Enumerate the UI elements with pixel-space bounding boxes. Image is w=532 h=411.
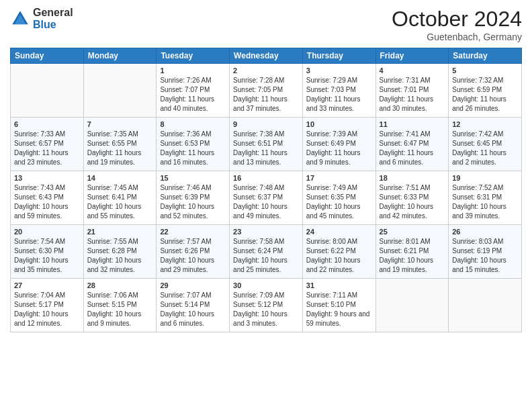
calendar-cell: 18Sunrise: 7:51 AMSunset: 6:33 PMDayligh…: [375, 171, 449, 225]
calendar-cell: 23Sunrise: 7:58 AMSunset: 6:24 PMDayligh…: [230, 225, 303, 279]
calendar-cell: 1Sunrise: 7:26 AMSunset: 7:07 PMDaylight…: [157, 64, 230, 118]
day-number: 27: [14, 281, 80, 289]
header-saturday: Saturday: [449, 48, 522, 64]
day-number: 18: [380, 174, 445, 182]
calendar-cell: 29Sunrise: 7:07 AMSunset: 5:14 PMDayligh…: [157, 279, 230, 332]
day-info: Sunrise: 7:11 AMSunset: 5:10 PMDaylight:…: [306, 291, 372, 328]
day-info: Sunrise: 8:03 AMSunset: 6:19 PMDaylight:…: [452, 237, 518, 275]
calendar-cell: 28Sunrise: 7:06 AMSunset: 5:15 PMDayligh…: [83, 279, 157, 332]
logo-blue: Blue: [33, 19, 73, 31]
logo: General Blue: [10, 7, 73, 30]
day-number: 15: [160, 174, 226, 182]
calendar-cell: 10Sunrise: 7:39 AMSunset: 6:49 PMDayligh…: [302, 118, 375, 171]
day-number: 25: [380, 228, 445, 236]
logo-icon: [10, 9, 30, 29]
day-number: 5: [452, 66, 518, 75]
day-info: Sunrise: 7:43 AMSunset: 6:43 PMDaylight:…: [14, 183, 80, 221]
calendar-cell: 22Sunrise: 7:57 AMSunset: 6:26 PMDayligh…: [157, 225, 230, 279]
header-row: Sunday Monday Tuesday Wednesday Thursday…: [11, 48, 522, 64]
day-number: 28: [87, 281, 153, 289]
day-info: Sunrise: 7:49 AMSunset: 6:35 PMDaylight:…: [306, 183, 372, 221]
day-info: Sunrise: 7:45 AMSunset: 6:41 PMDaylight:…: [87, 183, 153, 221]
day-info: Sunrise: 7:09 AMSunset: 5:12 PMDaylight:…: [233, 291, 299, 328]
day-info: Sunrise: 7:26 AMSunset: 7:07 PMDaylight:…: [160, 76, 226, 113]
day-number: 20: [14, 228, 80, 236]
calendar-cell: [375, 279, 449, 332]
header-tuesday: Tuesday: [157, 48, 230, 64]
day-info: Sunrise: 7:32 AMSunset: 6:59 PMDaylight:…: [452, 76, 518, 113]
calendar-cell: 31Sunrise: 7:11 AMSunset: 5:10 PMDayligh…: [302, 279, 375, 332]
calendar-cell: 21Sunrise: 7:55 AMSunset: 6:28 PMDayligh…: [83, 225, 157, 279]
header-thursday: Thursday: [302, 48, 375, 64]
day-info: Sunrise: 7:31 AMSunset: 7:01 PMDaylight:…: [380, 76, 445, 113]
day-number: 16: [233, 174, 299, 182]
day-number: 3: [306, 66, 372, 75]
day-info: Sunrise: 7:55 AMSunset: 6:28 PMDaylight:…: [87, 237, 153, 275]
header-wednesday: Wednesday: [230, 48, 303, 64]
day-number: 11: [380, 120, 445, 128]
calendar-cell: [11, 64, 84, 118]
calendar-cell: 12Sunrise: 7:42 AMSunset: 6:45 PMDayligh…: [449, 118, 522, 171]
calendar-cell: 27Sunrise: 7:04 AMSunset: 5:17 PMDayligh…: [11, 279, 84, 332]
day-number: 29: [160, 281, 226, 289]
day-info: Sunrise: 7:51 AMSunset: 6:33 PMDaylight:…: [380, 183, 445, 221]
day-number: 22: [160, 228, 226, 236]
calendar-cell: 17Sunrise: 7:49 AMSunset: 6:35 PMDayligh…: [302, 171, 375, 225]
day-number: 9: [233, 120, 299, 128]
calendar-cell: 6Sunrise: 7:33 AMSunset: 6:57 PMDaylight…: [11, 118, 84, 171]
day-info: Sunrise: 7:42 AMSunset: 6:45 PMDaylight:…: [452, 130, 518, 167]
day-info: Sunrise: 7:33 AMSunset: 6:57 PMDaylight:…: [14, 130, 80, 167]
calendar-cell: 5Sunrise: 7:32 AMSunset: 6:59 PMDaylight…: [449, 64, 522, 118]
calendar-cell: 9Sunrise: 7:38 AMSunset: 6:51 PMDaylight…: [230, 118, 303, 171]
day-number: 13: [14, 174, 80, 182]
day-info: Sunrise: 8:00 AMSunset: 6:22 PMDaylight:…: [306, 237, 372, 275]
day-number: 14: [87, 174, 153, 182]
day-info: Sunrise: 7:46 AMSunset: 6:39 PMDaylight:…: [160, 183, 226, 221]
day-info: Sunrise: 7:57 AMSunset: 6:26 PMDaylight:…: [160, 237, 226, 275]
calendar-cell: 13Sunrise: 7:43 AMSunset: 6:43 PMDayligh…: [11, 171, 84, 225]
day-number: 7: [87, 120, 153, 128]
day-info: Sunrise: 7:38 AMSunset: 6:51 PMDaylight:…: [233, 130, 299, 167]
day-number: 17: [306, 174, 372, 182]
day-info: Sunrise: 7:58 AMSunset: 6:24 PMDaylight:…: [233, 237, 299, 275]
calendar-cell: [449, 279, 522, 332]
month-title: October 2024: [392, 7, 522, 32]
calendar-cell: 3Sunrise: 7:29 AMSunset: 7:03 PMDaylight…: [302, 64, 375, 118]
day-number: 31: [306, 281, 372, 289]
day-number: 1: [160, 66, 226, 75]
calendar-cell: 26Sunrise: 8:03 AMSunset: 6:19 PMDayligh…: [449, 225, 522, 279]
day-number: 26: [452, 228, 518, 236]
calendar-week-1: 1Sunrise: 7:26 AMSunset: 7:07 PMDaylight…: [11, 64, 522, 118]
calendar-week-4: 20Sunrise: 7:54 AMSunset: 6:30 PMDayligh…: [11, 225, 522, 279]
calendar-cell: 7Sunrise: 7:35 AMSunset: 6:55 PMDaylight…: [83, 118, 157, 171]
day-number: 19: [452, 174, 518, 182]
calendar-cell: [83, 64, 157, 118]
day-info: Sunrise: 7:06 AMSunset: 5:15 PMDaylight:…: [87, 291, 153, 328]
day-info: Sunrise: 7:52 AMSunset: 6:31 PMDaylight:…: [452, 183, 518, 221]
calendar-week-3: 13Sunrise: 7:43 AMSunset: 6:43 PMDayligh…: [11, 171, 522, 225]
day-info: Sunrise: 7:35 AMSunset: 6:55 PMDaylight:…: [87, 130, 153, 167]
day-number: 4: [380, 66, 445, 75]
day-info: Sunrise: 7:39 AMSunset: 6:49 PMDaylight:…: [306, 130, 372, 167]
header-sunday: Sunday: [11, 48, 84, 64]
header-monday: Monday: [83, 48, 157, 64]
day-number: 23: [233, 228, 299, 236]
day-number: 12: [452, 120, 518, 128]
day-info: Sunrise: 7:36 AMSunset: 6:53 PMDaylight:…: [160, 130, 226, 167]
day-number: 8: [160, 120, 226, 128]
calendar-table: Sunday Monday Tuesday Wednesday Thursday…: [10, 48, 522, 332]
location: Guetenbach, Germany: [392, 32, 522, 42]
day-number: 10: [306, 120, 372, 128]
day-info: Sunrise: 7:07 AMSunset: 5:14 PMDaylight:…: [160, 291, 226, 328]
day-info: Sunrise: 8:01 AMSunset: 6:21 PMDaylight:…: [380, 237, 445, 275]
day-number: 2: [233, 66, 299, 75]
day-number: 21: [87, 228, 153, 236]
logo-text: General Blue: [33, 7, 73, 30]
day-info: Sunrise: 7:48 AMSunset: 6:37 PMDaylight:…: [233, 183, 299, 221]
header-friday: Friday: [375, 48, 449, 64]
day-info: Sunrise: 7:54 AMSunset: 6:30 PMDaylight:…: [14, 237, 80, 275]
day-info: Sunrise: 7:04 AMSunset: 5:17 PMDaylight:…: [14, 291, 80, 328]
title-area: October 2024 Guetenbach, Germany: [392, 7, 522, 42]
day-number: 6: [14, 120, 80, 128]
calendar-cell: 15Sunrise: 7:46 AMSunset: 6:39 PMDayligh…: [157, 171, 230, 225]
